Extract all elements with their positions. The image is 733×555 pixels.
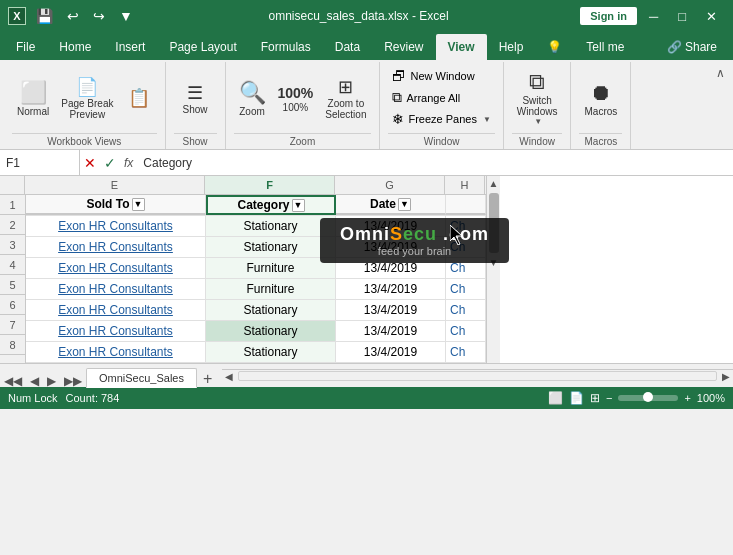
tab-share[interactable]: 🔗 Share [655, 34, 729, 60]
h-scroll-track[interactable] [238, 371, 717, 381]
cell-f3[interactable]: Stationary [206, 237, 336, 257]
tab-file[interactable]: File [4, 34, 47, 60]
tab-review[interactable]: Review [372, 34, 435, 60]
redo-qat[interactable]: ↪ [89, 6, 109, 26]
name-box[interactable]: F1 [0, 150, 80, 175]
normal-view-button[interactable]: ⬜ Normal [12, 69, 54, 129]
sheet-nav-first[interactable]: ◀◀ [0, 374, 26, 388]
col-header-h[interactable]: H [445, 176, 485, 194]
cell-f1[interactable]: Category ▼ [206, 195, 336, 215]
formula-confirm[interactable]: ✓ [100, 155, 120, 171]
zoom-plus[interactable]: + [684, 392, 690, 404]
cell-f7[interactable]: Stationary [206, 321, 336, 341]
row-num-2[interactable]: 2 [0, 215, 25, 235]
tab-view[interactable]: View [436, 34, 487, 60]
save-qat[interactable]: 💾 [32, 6, 57, 26]
formula-fx-icon[interactable]: fx [120, 156, 137, 170]
sign-in-button[interactable]: Sign in [580, 7, 637, 25]
row-num-8[interactable]: 8 [0, 335, 25, 355]
cell-e8[interactable]: Exon HR Consultants [26, 342, 206, 362]
col-header-e[interactable]: E [25, 176, 205, 194]
qat-dropdown[interactable]: ▼ [115, 6, 137, 26]
cell-e2[interactable]: Exon HR Consultants [26, 216, 206, 236]
tab-home[interactable]: Home [47, 34, 103, 60]
sheet-nav-last[interactable]: ▶▶ [60, 374, 86, 388]
tab-help[interactable]: Help [487, 34, 536, 60]
cell-g1[interactable]: Date ▼ [336, 195, 446, 215]
cell-h1[interactable] [446, 195, 486, 215]
horizontal-scrollbar[interactable]: ◀ ▶ [222, 369, 733, 383]
cell-e3[interactable]: Exon HR Consultants [26, 237, 206, 257]
date-filter[interactable]: ▼ [398, 198, 411, 211]
vertical-scrollbar[interactable]: ▲ ▼ [486, 176, 500, 363]
tab-insert[interactable]: Insert [103, 34, 157, 60]
zoom-button[interactable]: 🔍 Zoom [234, 69, 271, 129]
cell-f6[interactable]: Stationary [206, 300, 336, 320]
cell-g7[interactable]: 13/4/2019 [336, 321, 446, 341]
row-num-5[interactable]: 5 [0, 275, 25, 295]
sheet-tab-omnisecu[interactable]: OmniSecu_Sales [86, 368, 197, 388]
zoom-minus[interactable]: − [606, 392, 612, 404]
undo-qat[interactable]: ↩ [63, 6, 83, 26]
cell-f4[interactable]: Furniture [206, 258, 336, 278]
maximize-button[interactable]: □ [670, 7, 694, 26]
cell-f5[interactable]: Furniture [206, 279, 336, 299]
col-header-f[interactable]: F [205, 176, 335, 194]
cell-g8[interactable]: 13/4/2019 [336, 342, 446, 362]
row-num-7[interactable]: 7 [0, 315, 25, 335]
close-button[interactable]: ✕ [698, 7, 725, 26]
row-num-4[interactable]: 4 [0, 255, 25, 275]
page-break-button[interactable]: 📄 Page BreakPreview [56, 69, 118, 129]
cell-g5[interactable]: 13/4/2019 [336, 279, 446, 299]
col-header-g[interactable]: G [335, 176, 445, 194]
formula-content[interactable]: Category [137, 156, 733, 170]
row-num-1[interactable]: 1 [0, 195, 25, 215]
ribbon-group-zoom: 🔍 Zoom 100% 100% ⊞ Zoom toSelection Zoom [226, 62, 381, 149]
row-num-6[interactable]: 6 [0, 295, 25, 315]
tab-tellme[interactable]: Tell me [574, 34, 636, 60]
zoom-thumb[interactable] [643, 392, 653, 402]
show-button[interactable]: ☰ Show [177, 69, 213, 129]
tab-page-layout[interactable]: Page Layout [157, 34, 248, 60]
switch-windows-button[interactable]: ⧉ SwitchWindows ▼ [512, 68, 563, 129]
scroll-left-arrow[interactable]: ◀ [222, 371, 236, 382]
page-layout-btn[interactable]: 📄 [569, 391, 584, 405]
custom-views-button[interactable]: 📋 [121, 69, 157, 129]
cell-e4[interactable]: Exon HR Consultants [26, 258, 206, 278]
formula-cancel[interactable]: ✕ [80, 155, 100, 171]
cell-h8[interactable]: Ch [446, 342, 486, 362]
zoom-to-selection-button[interactable]: ⊞ Zoom toSelection [320, 69, 371, 129]
sheet-nav-prev[interactable]: ◀ [26, 374, 43, 388]
freeze-panes-button[interactable]: ❄ Freeze Panes ▼ [388, 109, 494, 129]
cell-e6[interactable]: Exon HR Consultants [26, 300, 206, 320]
arrange-all-button[interactable]: ⧉ Arrange All [388, 87, 494, 108]
cell-f8[interactable]: Stationary [206, 342, 336, 362]
zoom-slider[interactable] [618, 395, 678, 401]
macros-button[interactable]: ⏺ Macros [580, 69, 623, 129]
cell-e7[interactable]: Exon HR Consultants [26, 321, 206, 341]
zoom-100-button[interactable]: 100% 100% [273, 69, 319, 129]
cell-e5[interactable]: Exon HR Consultants [26, 279, 206, 299]
cell-h5[interactable]: Ch [446, 279, 486, 299]
scroll-up-arrow[interactable]: ▲ [487, 176, 501, 191]
ribbon-collapse[interactable]: ∧ [712, 62, 729, 149]
page-break-btn[interactable]: ⊞ [590, 391, 600, 405]
cell-h6[interactable]: Ch [446, 300, 486, 320]
cell-h7[interactable]: Ch [446, 321, 486, 341]
row-num-3[interactable]: 3 [0, 235, 25, 255]
cell-e1[interactable]: Sold To ▼ [26, 195, 206, 215]
tab-formulas[interactable]: Formulas [249, 34, 323, 60]
normal-view-btn[interactable]: ⬜ [548, 391, 563, 405]
sold-to-filter[interactable]: ▼ [132, 198, 145, 211]
sheet-nav-next[interactable]: ▶ [43, 374, 60, 388]
add-sheet-button[interactable]: + [197, 370, 218, 388]
new-window-button[interactable]: 🗗 New Window [388, 66, 494, 86]
cell-g6[interactable]: 13/4/2019 [336, 300, 446, 320]
tab-data[interactable]: Data [323, 34, 372, 60]
category-filter[interactable]: ▼ [292, 199, 305, 212]
title-bar: X 💾 ↩ ↪ ▼ omnisecu_sales_data.xlsx - Exc… [0, 0, 733, 32]
scroll-right-arrow[interactable]: ▶ [719, 371, 733, 382]
minimize-button[interactable]: ─ [641, 7, 666, 26]
tab-tellme-icon[interactable]: 💡 [535, 34, 574, 60]
cell-f2[interactable]: Stationary [206, 216, 336, 236]
